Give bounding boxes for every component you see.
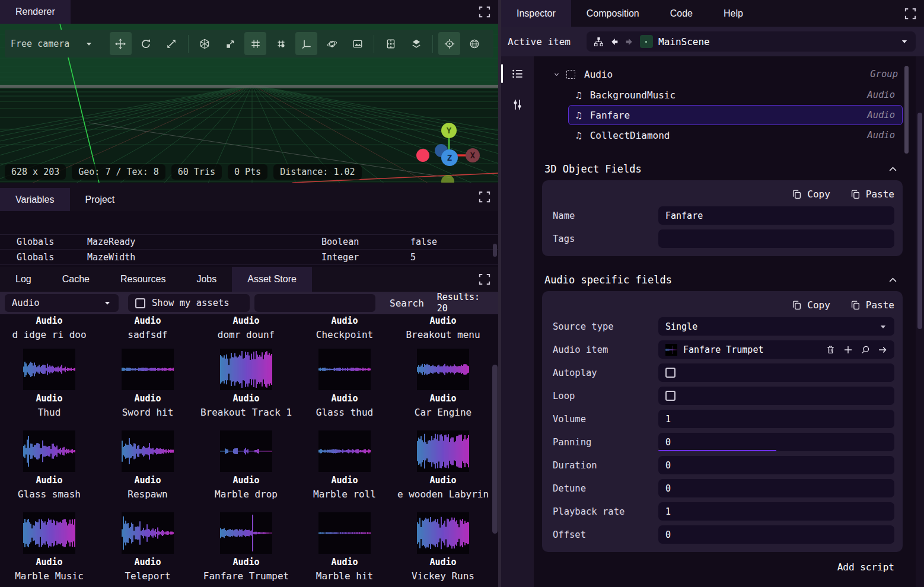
variables-scrollbar[interactable] [493,244,497,257]
tab-log[interactable]: Log [0,267,47,292]
asset-card[interactable]: Audiodomr dounf [197,315,295,340]
asset-grid-scrollbar[interactable] [492,365,498,534]
tab-composition[interactable]: Composition [571,0,655,27]
search-button[interactable]: Search [390,298,424,309]
tree-expander-icon[interactable] [553,71,560,78]
inspector-scrollbar-thumb[interactable] [917,113,922,329]
show-my-assets-checkbox[interactable] [135,298,145,308]
volume-input[interactable]: 1 [658,410,894,428]
tab-resources[interactable]: Resources [105,267,181,292]
loop-field[interactable] [658,387,894,405]
tab-asset-store[interactable]: Asset Store [232,267,312,292]
tags-input[interactable] [658,229,894,248]
fullscreen-icon[interactable] [478,273,491,286]
asset-card[interactable]: AudioRespawn [98,430,197,500]
asset-card[interactable]: AudioCar Engine [394,349,492,418]
asset-card[interactable]: AudioMarble drop [197,430,295,500]
detune-input[interactable]: 0 [658,479,894,497]
sliders-icon[interactable] [506,93,529,116]
copy-button[interactable]: Copy [792,189,830,200]
asset-card[interactable]: AudioCheckpoint [295,315,394,340]
autoplay-field[interactable] [658,363,894,382]
tab-help[interactable]: Help [708,0,759,27]
search-icon[interactable] [861,345,870,355]
outline-list-icon[interactable] [506,62,529,85]
snap-translate-icon[interactable] [219,32,241,55]
asset-card[interactable]: AudioMarble Music [0,512,98,582]
audio-item-reference[interactable]: Fanfare Trumpet [658,340,894,359]
copy-button[interactable]: Copy [792,299,830,311]
trash-icon[interactable] [826,344,836,355]
asset-card[interactable]: AudioThud [0,349,98,418]
inspector-scrollbar-track[interactable] [916,56,924,587]
loop-checkbox[interactable] [665,391,676,401]
variable-row[interactable]: GlobalsMazeWidthInteger5 [0,250,498,265]
add-script-button[interactable]: Add script [537,562,894,573]
playback-rate-input[interactable]: 1 [658,502,894,521]
fullscreen-icon[interactable] [904,7,917,20]
asset-card[interactable]: AudioMarble roll [295,430,394,500]
active-item-selector[interactable]: MainScene [587,31,916,52]
asset-card[interactable]: AudioGlass smash [0,430,98,500]
viewport-3d[interactable]: YXZ Free camera 628 x 203Geo: 7 / Tex: 8… [0,24,498,183]
tree-item-audio[interactable]: AudioGroup [537,63,910,85]
axes-icon[interactable] [295,32,317,55]
frame-selection-icon[interactable] [380,32,402,55]
grid-icon[interactable] [244,32,266,55]
asset-card[interactable]: AudioBreakout menu [394,315,492,340]
asset-card[interactable]: Audiosadfsdf [98,315,197,340]
asset-card[interactable]: AudioVickey Runs [394,512,492,582]
history-back-icon[interactable] [609,37,619,47]
asset-card[interactable]: AudioTeleport [98,512,197,582]
tab-inspector[interactable]: Inspector [501,0,571,27]
globe-icon[interactable] [464,32,486,55]
paste-button[interactable]: Paste [850,189,894,200]
focus-target-icon[interactable] [438,32,460,55]
paste-button[interactable]: Paste [850,299,894,311]
asset-card[interactable]: AudioBreakout Track 1 [197,349,295,418]
move-tool-icon[interactable] [110,32,132,55]
asset-search-input[interactable] [254,294,375,312]
panning-input[interactable]: 0 [658,433,894,451]
collapse-section-icon[interactable] [888,275,898,285]
layers-icon[interactable] [405,32,427,55]
show-my-assets-toggle[interactable]: Show my assets [128,294,250,312]
tab-renderer[interactable]: Renderer [0,0,71,24]
plus-icon[interactable] [843,345,853,355]
scale-tool-icon[interactable] [161,32,183,55]
asset-card[interactable]: AudioFanfare Trumpet [197,512,295,582]
arrow-right-icon[interactable] [878,345,887,355]
source-type-dropdown[interactable]: Single [658,317,894,336]
fullscreen-icon[interactable] [478,190,491,203]
tab-jobs[interactable]: Jobs [181,267,232,292]
fullscreen-icon[interactable] [478,5,491,18]
asset-card[interactable]: Audioe wooden Labyrin [394,430,492,500]
name-input[interactable]: Fanfare [658,206,894,225]
offset-input[interactable]: 0 [658,525,894,544]
asset-card[interactable]: AudioMarble hit [295,512,394,582]
tab-variables[interactable]: Variables [0,188,70,211]
collapse-section-icon[interactable] [888,164,898,174]
tab-project[interactable]: Project [70,188,130,211]
tree-item-fanfare[interactable]: ♫FanfareAudio [568,105,903,125]
duration-input[interactable]: 0 [658,456,894,474]
wireframe-cube-icon[interactable] [194,32,216,55]
asset-category-dropdown[interactable]: Audio [5,294,119,312]
autoplay-checkbox[interactable] [665,368,676,378]
rotate-tool-icon[interactable] [135,32,157,55]
history-forward-icon[interactable] [625,37,635,47]
hierarchy-icon[interactable] [594,37,604,47]
tree-scrollbar[interactable] [904,66,909,154]
tree-item-backgroundmusic[interactable]: ♫BackgroundMusicAudio [568,85,903,105]
tab-code[interactable]: Code [655,0,708,27]
image-icon[interactable] [346,32,368,55]
asset-card[interactable]: Audiod idge ri doo [0,315,98,340]
grid-snap-icon[interactable] [270,32,292,55]
orbit-gizmo-icon[interactable] [321,32,343,55]
camera-mode-dropdown[interactable]: Free camera [11,39,100,49]
asset-card[interactable]: AudioSword hit [98,349,197,418]
tab-cache[interactable]: Cache [47,267,105,292]
tree-item-collectdiamond[interactable]: ♫CollectDiamondAudio [568,125,903,145]
asset-card[interactable]: AudioGlass thud [295,349,394,418]
variable-row[interactable]: GlobalsMazeReadyBooleanfalse [0,234,498,250]
